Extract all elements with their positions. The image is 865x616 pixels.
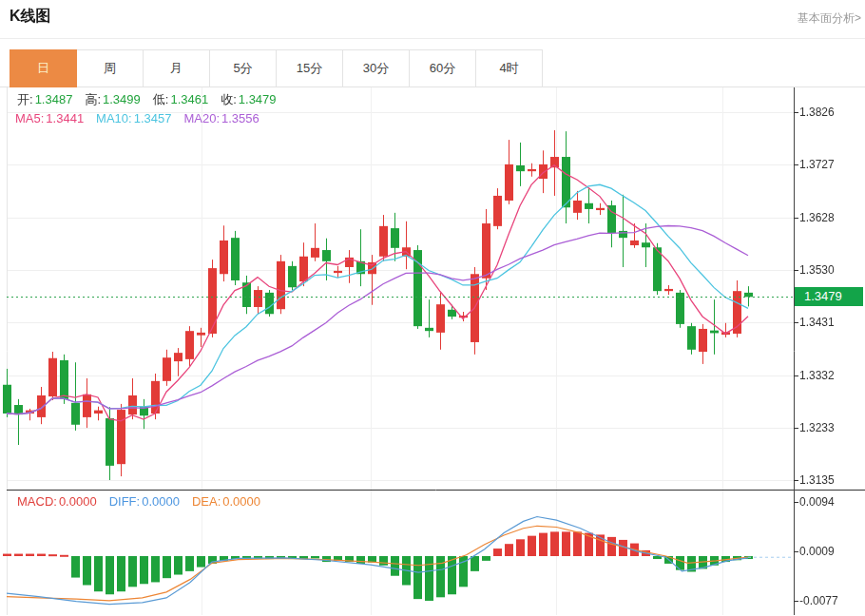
ohlc-legend-item: 开:1.3487: [17, 91, 72, 108]
ohlc-legend: 开:1.3487高:1.3499低:1.3461收:1.3479: [17, 91, 289, 108]
ma-legend: MA5:1.3441MA10:1.3457MA20:1.3556: [15, 111, 272, 125]
page-title: K线图: [10, 7, 51, 27]
last-price-value: 1.3479: [804, 289, 842, 303]
header-divider: [0, 38, 865, 39]
tab-15分[interactable]: 15分: [277, 49, 343, 87]
tab-4时[interactable]: 4时: [476, 49, 543, 87]
tab-周[interactable]: 周: [77, 49, 144, 87]
macd-legend-item: DEA:0.0000: [192, 494, 260, 509]
price-tick-label: 1.3628: [799, 210, 835, 225]
ohlc-legend-item: 收:1.3479: [221, 91, 276, 108]
ma-legend-item: MA10:1.3457: [96, 111, 171, 125]
ohlc-legend-item: 高:1.3499: [85, 91, 140, 108]
macd-legend-item: DIFF:0.0000: [109, 494, 180, 509]
price-tick-label: 1.3233: [799, 420, 835, 435]
price-tick-label: 1.3431: [799, 315, 835, 330]
price-tick-label: 1.3826: [799, 105, 835, 120]
ma-legend-item: MA5:1.3441: [15, 111, 84, 125]
price-tick-label: 1.3727: [799, 157, 835, 172]
tab-5分[interactable]: 5分: [210, 49, 277, 87]
period-tabbar: 日周月5分15分30分60分4时: [10, 49, 543, 87]
macd-legend: MACD:0.0000DIFF:0.0000DEA:0.0000: [17, 494, 273, 509]
tab-30分[interactable]: 30分: [343, 49, 410, 87]
macd-legend-item: MACD:0.0000: [17, 494, 97, 509]
price-tick-label: 1.3530: [799, 262, 835, 278]
price-tick-label: 1.3135: [799, 472, 835, 488]
fundamental-analysis-link[interactable]: 基本面分析>: [798, 10, 861, 27]
macd-tick-label: -0.0077: [799, 593, 838, 608]
macd-tick-label: 0.0009: [799, 544, 835, 559]
last-price-badge: 1.3479: [795, 287, 863, 306]
price-tick-label: 1.3332: [799, 368, 835, 383]
tab-60分[interactable]: 60分: [410, 49, 476, 87]
ma-legend-item: MA20:1.3556: [183, 111, 259, 125]
tab-日[interactable]: 日: [10, 49, 77, 87]
macd-tick-label: 0.0094: [799, 494, 835, 510]
ohlc-legend-item: 低:1.3461: [153, 91, 208, 108]
kline-page: K线图 基本面分析> 日周月5分15分30分60分4时 开:1.3487高:1.…: [0, 0, 865, 616]
tab-月[interactable]: 月: [144, 49, 210, 87]
